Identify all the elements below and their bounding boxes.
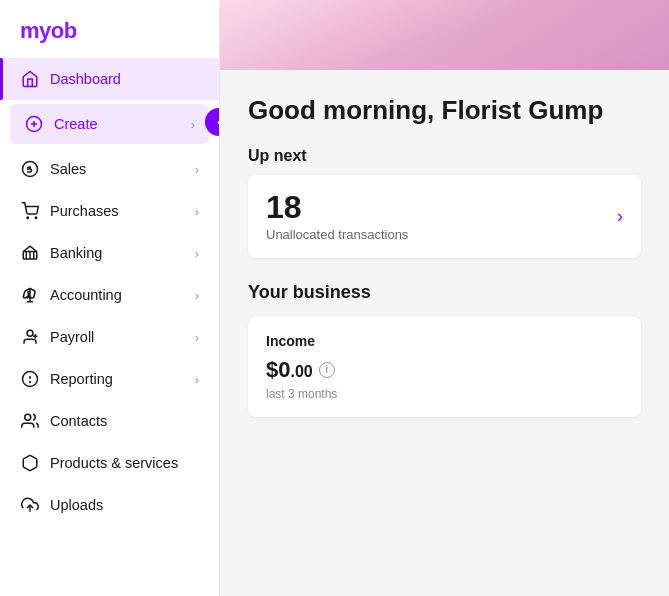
income-info-icon[interactable]: i xyxy=(319,362,335,378)
logo-area: myob xyxy=(0,0,219,58)
chart-icon xyxy=(20,369,40,389)
main-content: Good morning, Florist Gump Up next 18 Un… xyxy=(220,0,669,596)
hero-banner xyxy=(220,0,669,70)
sidebar-item-banking-label: Banking xyxy=(50,245,195,261)
sidebar: myob Dashboard Create › xyxy=(0,0,220,596)
sidebar-item-sales-label: Sales xyxy=(50,161,195,177)
shopping-cart-icon xyxy=(20,201,40,221)
logo-text: myob xyxy=(20,18,77,44)
sidebar-item-create-label: Create xyxy=(54,116,191,132)
unallocated-number: 18 xyxy=(266,191,408,223)
income-period: last 3 months xyxy=(266,387,623,401)
chevron-left-icon: ‹ xyxy=(217,115,220,129)
bank-icon xyxy=(20,243,40,263)
svg-point-13 xyxy=(27,330,33,336)
sidebar-item-products-services[interactable]: Products & services xyxy=(0,442,219,484)
people-icon xyxy=(20,411,40,431)
svg-point-5 xyxy=(27,217,29,219)
sidebar-item-contacts[interactable]: Contacts xyxy=(0,400,219,442)
reporting-arrow-icon: › xyxy=(195,372,199,387)
purchases-arrow-icon: › xyxy=(195,204,199,219)
sidebar-item-accounting[interactable]: Accounting › xyxy=(0,274,219,316)
income-card: Income $0.00 i last 3 months xyxy=(248,317,641,417)
banking-arrow-icon: › xyxy=(195,246,199,261)
sidebar-item-purchases-label: Purchases xyxy=(50,203,195,219)
sidebar-item-payroll[interactable]: Payroll › xyxy=(0,316,219,358)
sidebar-nav: Dashboard Create › xyxy=(0,58,219,596)
home-icon xyxy=(20,69,40,89)
sales-arrow-icon: › xyxy=(195,162,199,177)
create-arrow-icon: › xyxy=(191,117,195,132)
up-next-label: Up next xyxy=(248,147,641,165)
sidebar-item-contacts-label: Contacts xyxy=(50,413,199,429)
unallocated-card-content: 18 Unallocated transactions xyxy=(266,191,408,242)
greeting-text: Good morning, Florist Gump xyxy=(248,94,641,127)
scale-icon xyxy=(20,285,40,305)
myob-logo: myob xyxy=(20,18,199,44)
sidebar-item-reporting[interactable]: Reporting › xyxy=(0,358,219,400)
sidebar-item-uploads-label: Uploads xyxy=(50,497,199,513)
content-area: Good morning, Florist Gump Up next 18 Un… xyxy=(220,70,669,596)
person-dollar-icon xyxy=(20,327,40,347)
sidebar-item-purchases[interactable]: Purchases › xyxy=(0,190,219,232)
box-icon xyxy=(20,453,40,473)
sidebar-item-create[interactable]: Create › xyxy=(10,104,209,144)
income-label: Income xyxy=(266,333,623,349)
accounting-arrow-icon: › xyxy=(195,288,199,303)
sidebar-item-dashboard-label: Dashboard xyxy=(50,71,199,87)
sidebar-item-reporting-label: Reporting xyxy=(50,371,195,387)
unallocated-card[interactable]: 18 Unallocated transactions › xyxy=(248,175,641,258)
svg-point-19 xyxy=(25,414,31,420)
svg-point-6 xyxy=(35,217,37,219)
sidebar-item-accounting-label: Accounting xyxy=(50,287,195,303)
sidebar-item-dashboard[interactable]: Dashboard xyxy=(0,58,219,100)
sidebar-item-uploads[interactable]: Uploads xyxy=(0,484,219,526)
unallocated-card-arrow-icon: › xyxy=(617,206,623,227)
sidebar-item-banking[interactable]: Banking › xyxy=(0,232,219,274)
income-amount: $0.00 i xyxy=(266,357,623,383)
your-business-label: Your business xyxy=(248,282,641,303)
dollar-circle-icon xyxy=(20,159,40,179)
sidebar-item-payroll-label: Payroll xyxy=(50,329,195,345)
income-dollar: $0.00 xyxy=(266,357,313,383)
unallocated-text: Unallocated transactions xyxy=(266,227,408,242)
payroll-arrow-icon: › xyxy=(195,330,199,345)
plus-circle-icon xyxy=(24,114,44,134)
sidebar-item-products-services-label: Products & services xyxy=(50,455,199,471)
upload-icon xyxy=(20,495,40,515)
sidebar-item-sales[interactable]: Sales › xyxy=(0,148,219,190)
